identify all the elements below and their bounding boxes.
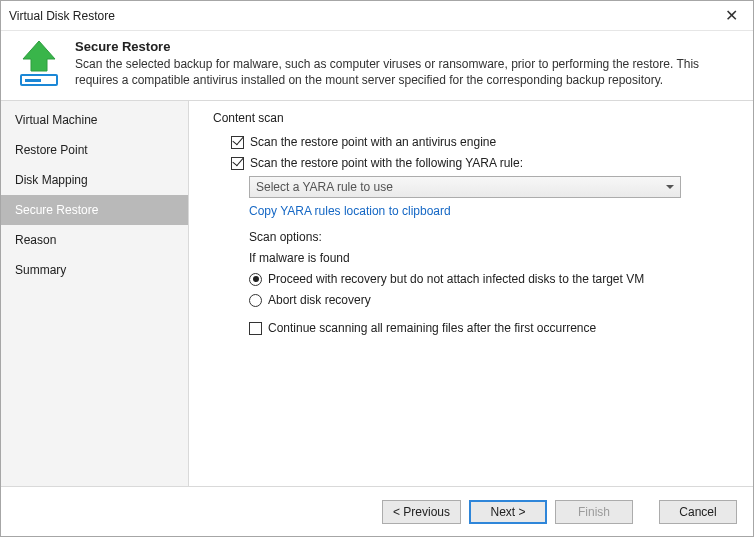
content-pane: Content scan Scan the restore point with…	[189, 101, 753, 486]
nav-virtual-machine[interactable]: Virtual Machine	[1, 105, 188, 135]
window-title: Virtual Disk Restore	[9, 9, 709, 23]
page-description: Scan the selected backup for malware, su…	[75, 56, 739, 88]
abort-radio-row[interactable]: Abort disk recovery	[249, 291, 735, 309]
content-scan-label: Content scan	[213, 111, 735, 125]
continue-scanning-label: Continue scanning all remaining files af…	[268, 319, 596, 337]
restore-up-icon	[15, 39, 63, 90]
nav-secure-restore[interactable]: Secure Restore	[1, 195, 188, 225]
nav-reason[interactable]: Reason	[1, 225, 188, 255]
wizard-nav: Virtual Machine Restore Point Disk Mappi…	[1, 101, 189, 486]
yara-rule-selected: Select a YARA rule to use	[256, 180, 393, 194]
nav-summary[interactable]: Summary	[1, 255, 188, 285]
titlebar: Virtual Disk Restore ✕	[1, 1, 753, 31]
copy-yara-location-link[interactable]: Copy YARA rules location to clipboard	[249, 202, 451, 220]
finish-button: Finish	[555, 500, 633, 524]
nav-disk-mapping[interactable]: Disk Mapping	[1, 165, 188, 195]
continue-scanning-row[interactable]: Continue scanning all remaining files af…	[249, 319, 735, 337]
proceed-radio[interactable]	[249, 273, 262, 286]
wizard-footer: < Previous Next > Finish Cancel	[1, 486, 753, 536]
yara-scan-label: Scan the restore point with the followin…	[250, 154, 523, 172]
cancel-button[interactable]: Cancel	[659, 500, 737, 524]
previous-button[interactable]: < Previous	[382, 500, 461, 524]
chevron-down-icon	[666, 185, 674, 189]
proceed-radio-row[interactable]: Proceed with recovery but do not attach …	[249, 270, 735, 288]
proceed-radio-label: Proceed with recovery but do not attach …	[268, 270, 644, 288]
wizard-body: Virtual Machine Restore Point Disk Mappi…	[1, 100, 753, 486]
abort-radio-label: Abort disk recovery	[268, 291, 371, 309]
close-button[interactable]: ✕	[709, 1, 753, 31]
if-malware-label: If malware is found	[249, 249, 735, 267]
antivirus-scan-row[interactable]: Scan the restore point with an antivirus…	[231, 133, 735, 151]
close-icon: ✕	[725, 6, 738, 25]
next-button[interactable]: Next >	[469, 500, 547, 524]
antivirus-scan-checkbox[interactable]	[231, 136, 244, 149]
yara-scan-row[interactable]: Scan the restore point with the followin…	[231, 154, 735, 172]
header-text: Secure Restore Scan the selected backup …	[75, 39, 739, 88]
copy-yara-location-row: Copy YARA rules location to clipboard	[249, 202, 735, 220]
dialog-window: Virtual Disk Restore ✕ Secure Restore Sc…	[0, 0, 754, 537]
yara-rule-dropdown[interactable]: Select a YARA rule to use	[249, 176, 681, 198]
svg-marker-0	[23, 41, 55, 71]
abort-radio[interactable]	[249, 294, 262, 307]
yara-scan-checkbox[interactable]	[231, 157, 244, 170]
wizard-header: Secure Restore Scan the selected backup …	[1, 31, 753, 100]
continue-scanning-checkbox[interactable]	[249, 322, 262, 335]
scan-options-label: Scan options:	[249, 228, 735, 246]
antivirus-scan-label: Scan the restore point with an antivirus…	[250, 133, 496, 151]
nav-restore-point[interactable]: Restore Point	[1, 135, 188, 165]
page-title: Secure Restore	[75, 39, 739, 54]
svg-rect-2	[25, 79, 41, 82]
